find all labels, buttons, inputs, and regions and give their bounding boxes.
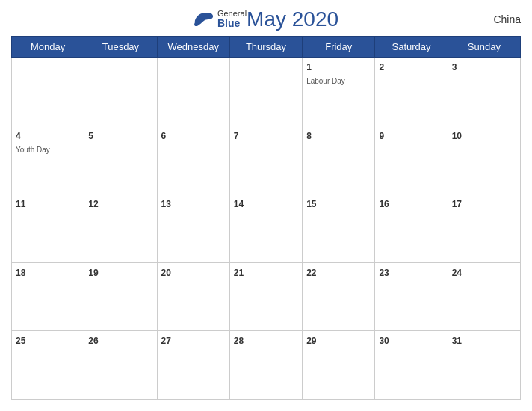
col-tuesday: Tuesday (84, 37, 157, 58)
day-number: 6 (161, 131, 167, 141)
country-label: China (493, 13, 521, 25)
cell-w1-d3 (157, 58, 229, 126)
cell-w4-d2: 19 (84, 262, 157, 331)
logo-bird-icon (194, 12, 214, 27)
week-row-1: 1Labour Day23 (12, 58, 521, 126)
cell-w5-d2: 26 (84, 331, 157, 400)
cell-w3-d2: 12 (84, 194, 157, 263)
holiday-name: Labour Day (306, 77, 345, 85)
day-number: 19 (88, 268, 98, 278)
cell-w4-d3: 20 (157, 262, 229, 331)
calendar-body: 1Labour Day234Youth Day56789101112131415… (12, 58, 521, 400)
cell-w3-d1: 11 (12, 194, 84, 263)
week-row-5: 25262728293031 (12, 331, 521, 400)
col-friday: Friday (303, 37, 375, 58)
week-row-3: 11121314151617 (12, 194, 521, 263)
day-number: 21 (234, 268, 244, 278)
col-wednesday: Wednesday (157, 37, 229, 58)
cell-w3-d7: 17 (448, 194, 520, 263)
cell-w2-d6: 9 (375, 126, 448, 194)
day-number: 20 (161, 268, 171, 278)
logo-blue-text: Blue (217, 18, 247, 29)
cell-w3-d6: 16 (375, 194, 448, 263)
day-number: 2 (379, 62, 384, 72)
day-number: 12 (88, 199, 98, 209)
cell-w5-d5: 29 (303, 331, 375, 400)
cell-w4-d1: 18 (12, 262, 84, 331)
day-number: 31 (452, 336, 462, 346)
day-number: 26 (88, 336, 98, 346)
cell-w2-d1: 4Youth Day (12, 126, 84, 194)
day-number: 14 (234, 199, 244, 209)
cell-w2-d3: 6 (157, 126, 229, 194)
day-number: 1 (306, 62, 312, 72)
day-number: 8 (306, 131, 312, 141)
cell-w1-d6: 2 (375, 58, 448, 126)
day-number: 28 (234, 336, 244, 346)
day-number: 25 (16, 336, 25, 346)
cell-w1-d1 (12, 58, 84, 126)
cell-w5-d4: 28 (229, 331, 302, 400)
calendar-header: General Blue May 2020 China (11, 7, 521, 31)
day-number: 7 (234, 131, 239, 141)
cell-w1-d2 (84, 58, 157, 126)
cell-w1-d7: 3 (448, 58, 520, 126)
calendar-table: Monday Tuesday Wednesday Thursday Friday… (11, 36, 521, 400)
cell-w2-d7: 10 (448, 126, 520, 194)
cell-w4-d6: 23 (375, 262, 448, 331)
day-number: 17 (452, 199, 462, 209)
day-number: 29 (306, 336, 316, 346)
day-number: 16 (379, 199, 389, 209)
day-number: 9 (379, 131, 384, 141)
week-row-2: 4Youth Day5678910 (12, 126, 521, 194)
cell-w2-d5: 8 (303, 126, 375, 194)
cell-w3-d3: 13 (157, 194, 229, 263)
day-number: 22 (306, 268, 316, 278)
day-number: 5 (88, 131, 93, 141)
cell-w3-d5: 15 (303, 194, 375, 263)
col-thursday: Thursday (229, 37, 302, 58)
cell-w4-d5: 22 (303, 262, 375, 331)
day-number: 10 (452, 131, 462, 141)
calendar-title: May 2020 (247, 7, 338, 31)
cell-w3-d4: 14 (229, 194, 302, 263)
col-sunday: Sunday (448, 37, 520, 58)
day-number: 18 (16, 268, 25, 278)
day-number: 30 (379, 336, 389, 346)
day-number: 13 (161, 199, 171, 209)
day-number: 15 (306, 199, 316, 209)
logo-text-group: General Blue (217, 9, 247, 29)
day-number: 3 (452, 62, 457, 72)
day-number: 27 (161, 336, 171, 346)
weekday-header-row: Monday Tuesday Wednesday Thursday Friday… (12, 37, 521, 58)
col-monday: Monday (12, 37, 84, 58)
day-number: 11 (16, 199, 25, 209)
week-row-4: 18192021222324 (12, 262, 521, 331)
cell-w2-d4: 7 (229, 126, 302, 194)
day-number: 24 (452, 268, 462, 278)
cell-w5-d3: 27 (157, 331, 229, 400)
cell-w5-d6: 30 (375, 331, 448, 400)
day-number: 23 (379, 268, 389, 278)
day-number: 4 (16, 131, 21, 141)
cell-w5-d7: 31 (448, 331, 520, 400)
cell-w4-d4: 21 (229, 262, 302, 331)
cell-w1-d4 (229, 58, 302, 126)
cell-w2-d2: 5 (84, 126, 157, 194)
col-saturday: Saturday (375, 37, 448, 58)
cell-w4-d7: 24 (448, 262, 520, 331)
holiday-name: Youth Day (16, 146, 50, 154)
cell-w1-d5: 1Labour Day (303, 58, 375, 126)
cell-w5-d1: 25 (12, 331, 84, 400)
logo: General Blue (194, 9, 247, 29)
